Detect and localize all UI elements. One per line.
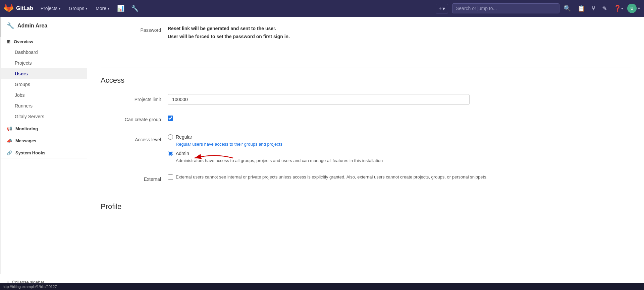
user-dropdown-arrow[interactable]: ▾ — [638, 6, 640, 11]
projects-limit-row: Projects limit — [101, 94, 631, 107]
brand-name: GitLab — [16, 5, 33, 11]
projects-menu-button[interactable]: Projects — [37, 4, 64, 13]
todo-icon-button[interactable]: ✎ — [599, 3, 610, 14]
password-label: Password — [101, 25, 168, 33]
projects-limit-input[interactable] — [168, 94, 470, 105]
password-line1: Reset link will be generated and sent to… — [168, 26, 276, 31]
system-hooks-section-header[interactable]: 🔗 System Hooks — [0, 146, 87, 158]
password-description: Reset link will be generated and sent to… — [168, 25, 631, 41]
wrench-icon-button[interactable]: 🔧 — [128, 3, 141, 14]
main-content: Password Reset link will be generated an… — [87, 17, 644, 290]
sidebar: 🔧 Admin Area ⊞ Overview Dashboard Projec… — [0, 17, 87, 290]
merge-request-icon-button[interactable]: ⑂ — [589, 3, 598, 14]
system-hooks-section: 🔗 System Hooks — [0, 146, 87, 158]
can-create-group-control — [168, 114, 631, 122]
regular-description: Regular users have access to their group… — [176, 142, 631, 147]
projects-limit-control — [168, 94, 631, 105]
password-row: Password Reset link will be generated an… — [101, 25, 631, 54]
gitlab-logo-icon — [4, 4, 13, 13]
sidebar-header-label: Admin Area — [17, 23, 47, 29]
main-layout: 🔧 Admin Area ⊞ Overview Dashboard Projec… — [0, 17, 644, 290]
plus-icon: + — [439, 5, 442, 11]
monitoring-section: 📢 Monitoring — [0, 122, 87, 134]
more-menu-button[interactable]: More — [92, 4, 113, 13]
search-icon-button[interactable]: 🔍 — [561, 3, 574, 14]
plus-dropdown-arrow: ▾ — [442, 5, 445, 12]
system-hooks-icon: 🔗 — [7, 150, 12, 155]
external-checkbox[interactable] — [168, 174, 173, 180]
sidebar-item-groups[interactable]: Groups — [0, 79, 87, 90]
sidebar-header: 🔧 Admin Area — [0, 17, 87, 35]
password-line2: User will be forced to set the password … — [168, 34, 290, 39]
activity-icon-button[interactable]: 📊 — [114, 3, 127, 14]
copy-icon-button[interactable]: 📋 — [575, 3, 588, 14]
scroll-thumb — [0, 17, 1, 37]
password-info: Reset link will be generated and sent to… — [168, 25, 631, 54]
user-avatar[interactable]: U — [627, 4, 637, 13]
monitoring-icon: 📢 — [7, 126, 12, 131]
profile-section-title: Profile — [101, 202, 631, 214]
messages-icon: 📣 — [7, 138, 12, 143]
sidebar-item-dashboard[interactable]: Dashboard — [0, 47, 87, 58]
admin-description: Administrators have access to all groups… — [176, 158, 631, 163]
external-label: External — [101, 174, 168, 182]
access-level-label: Access level — [101, 134, 168, 142]
sidebar-item-jobs[interactable]: Jobs — [0, 90, 87, 100]
external-control: External users cannot see internal or pr… — [168, 174, 631, 181]
can-create-group-row: Can create group — [101, 114, 631, 128]
admin-radio-option: Admin — [168, 151, 631, 156]
sidebar-item-runners[interactable]: Runners — [0, 100, 87, 111]
profile-section: Profile — [101, 194, 631, 214]
sidebar-item-gitaly-servers[interactable]: Gitaly Servers — [0, 111, 87, 122]
overview-section: ⊞ Overview Dashboard Projects Users Grou… — [0, 35, 87, 122]
monitoring-section-header[interactable]: 📢 Monitoring — [0, 122, 87, 134]
regular-radio-input[interactable] — [168, 134, 173, 140]
access-section-title: Access — [101, 76, 631, 87]
access-section: Access Projects limit Can create group A… — [101, 68, 631, 187]
monitoring-label: Monitoring — [15, 126, 38, 131]
wrench-icon: 🔧 — [7, 22, 14, 29]
new-item-button[interactable]: + ▾ — [436, 4, 448, 13]
regular-radio-option: Regular — [168, 134, 631, 140]
status-bar: http://biting.example/1/bltc/20127 — [0, 283, 644, 290]
admin-radio-wrapper: Admin — [168, 151, 631, 156]
top-navigation: GitLab Projects Groups More 📊 🔧 + ▾ 🔍 📋 … — [0, 0, 644, 17]
can-create-group-label: Can create group — [101, 114, 168, 122]
messages-label: Messages — [15, 138, 36, 143]
scroll-track — [0, 17, 1, 290]
overview-section-header: ⊞ Overview — [0, 35, 87, 47]
admin-radio-input[interactable] — [168, 151, 173, 156]
groups-menu-button[interactable]: Groups — [65, 4, 91, 13]
global-search-input[interactable] — [452, 3, 559, 13]
help-icon-button[interactable]: ❓ — [611, 3, 626, 14]
projects-limit-label: Projects limit — [101, 94, 168, 102]
sidebar-item-projects[interactable]: Projects — [0, 58, 87, 68]
access-level-row: Access level Regular Regular users have … — [101, 134, 631, 167]
messages-section-header[interactable]: 📣 Messages — [0, 134, 87, 146]
access-level-control: Regular Regular users have access to the… — [168, 134, 631, 167]
external-row: External External users cannot see inter… — [101, 174, 631, 187]
admin-radio-label: Admin — [176, 151, 189, 156]
sidebar-item-users[interactable]: Users — [0, 68, 87, 79]
grid-icon: ⊞ — [7, 39, 10, 44]
gitlab-logo[interactable]: GitLab — [4, 4, 33, 13]
external-description: External users cannot see internal or pr… — [176, 174, 487, 181]
regular-radio-label: Regular — [176, 134, 192, 140]
status-url: http://biting.example/1/bltc/20127 — [3, 285, 57, 289]
can-create-group-checkbox[interactable] — [168, 116, 173, 121]
system-hooks-label: System Hooks — [15, 150, 46, 155]
messages-section: 📣 Messages — [0, 134, 87, 146]
overview-label: Overview — [14, 39, 33, 44]
